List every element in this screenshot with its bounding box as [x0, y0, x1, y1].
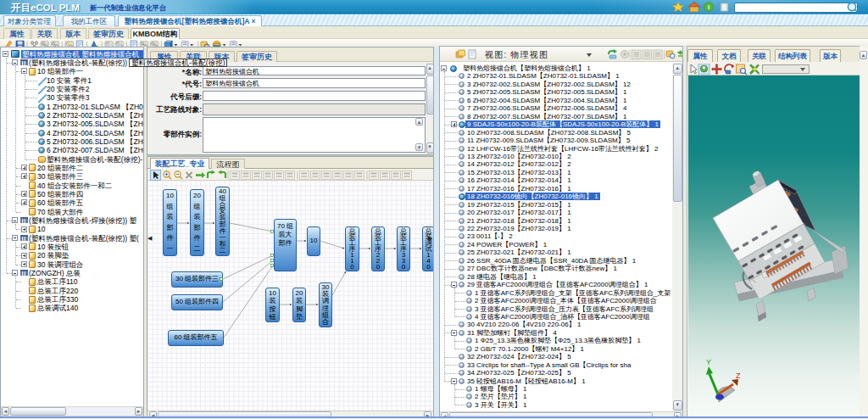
svg-text:Z: Z	[736, 372, 741, 380]
svg-text:i: i	[708, 3, 709, 11]
svg-text:Y: Y	[706, 358, 711, 366]
